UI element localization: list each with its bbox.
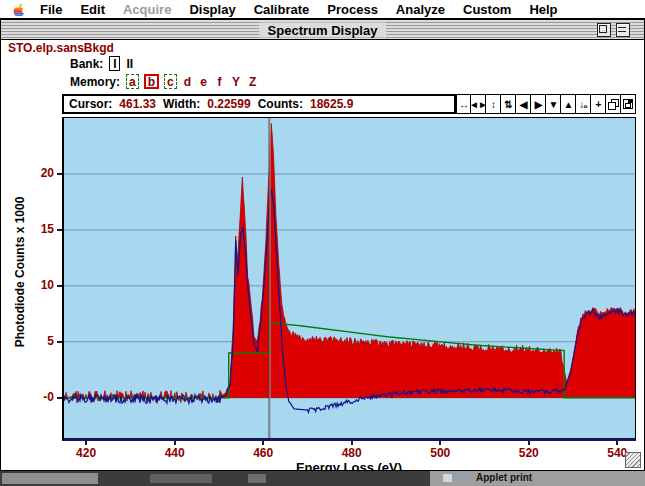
- menu-bar: FileEditAcquireDisplayCalibrateProcessAn…: [0, 0, 645, 19]
- save-display-button[interactable]: [621, 94, 636, 114]
- copy-display-icon: [608, 99, 618, 109]
- display-toolbar: ↔◄►↕⇅◀▶▼▲↓₀+: [456, 94, 636, 114]
- window-title-bar[interactable]: Spectrum Display: [1, 20, 644, 40]
- memory-selector: Memory: abcdefYZ: [70, 74, 258, 89]
- background-window-icon: [458, 474, 467, 482]
- width-value: 0.22599: [207, 97, 250, 111]
- menu-item-help[interactable]: Help: [520, 2, 566, 17]
- spectrum-filename: STO.elp.sansBkgd: [8, 41, 114, 55]
- memory-slot-c[interactable]: c: [164, 74, 177, 89]
- expand-horizontal-icon: ◄►: [471, 99, 486, 110]
- counts-value: 18625.9: [310, 97, 353, 111]
- scroll-left-button[interactable]: ◀: [516, 94, 531, 114]
- y-tick-label: 20: [18, 166, 54, 180]
- y-tick-label: 15: [18, 222, 54, 236]
- y-axis-title: Photodiode Counts x 1000: [13, 197, 27, 348]
- scroll-left-icon: ◀: [520, 99, 527, 110]
- scroll-right-icon: ▶: [535, 99, 542, 110]
- status-bar: Cursor: 461.33 Width: 0.22599 Counts: 18…: [62, 94, 456, 114]
- menu-item-analyze[interactable]: Analyze: [387, 2, 454, 17]
- y-tick-label: -0: [18, 390, 54, 404]
- memory-slot-z[interactable]: Z: [247, 74, 258, 89]
- x-tick-label: 420: [64, 446, 108, 460]
- copy-display-button[interactable]: [606, 94, 621, 114]
- menu-item-edit[interactable]: Edit: [71, 2, 114, 17]
- menu-item-process[interactable]: Process: [318, 2, 387, 17]
- shift-up-button[interactable]: ▲: [561, 94, 576, 114]
- bank-option-ii[interactable]: II: [124, 56, 135, 71]
- y-tick-mark: [57, 229, 62, 231]
- scale-vertical-button[interactable]: ↕: [486, 94, 501, 114]
- y-tick-mark: [57, 397, 62, 399]
- scale-vertical-icon: ↕: [491, 99, 495, 110]
- menu-item-calibrate[interactable]: Calibrate: [245, 2, 319, 17]
- scale-horizontal-button[interactable]: ↔: [456, 94, 471, 114]
- counts-label: Counts:: [258, 97, 303, 111]
- x-tick-label: 520: [507, 446, 551, 460]
- memory-slot-e[interactable]: e: [198, 74, 209, 89]
- window-title: Spectrum Display: [259, 22, 387, 37]
- memory-slot-b[interactable]: b: [144, 74, 159, 89]
- raw-spectrum-filled: [64, 124, 635, 403]
- cursor-value: 461.33: [119, 97, 156, 111]
- x-tick-label: 480: [330, 446, 374, 460]
- x-tick-mark: [85, 441, 87, 445]
- zoom-box-button[interactable]: [597, 23, 611, 37]
- x-tick-mark: [616, 441, 618, 445]
- zero-baseline-icon: ↓₀: [579, 99, 587, 110]
- expand-vertical-icon: ⇅: [504, 99, 511, 110]
- width-label: Width:: [163, 97, 200, 111]
- bank-option-i[interactable]: I: [109, 56, 120, 71]
- expand-horizontal-button[interactable]: ◄►: [471, 94, 486, 114]
- bank-label: Bank:: [70, 57, 103, 71]
- shift-up-icon: ▲: [564, 99, 573, 110]
- y-tick-label: 5: [18, 334, 54, 348]
- background-window-fragment: [2, 473, 98, 484]
- expand-vertical-button[interactable]: ⇅: [501, 94, 516, 114]
- menu-item-acquire: Acquire: [114, 2, 180, 17]
- save-display-icon: [623, 99, 633, 109]
- y-tick-label: 10: [18, 278, 54, 292]
- screen: FileEditAcquireDisplayCalibrateProcessAn…: [0, 0, 645, 486]
- background-window-text: Applet print: [476, 472, 532, 483]
- memory-slot-d[interactable]: d: [182, 74, 193, 89]
- x-tick-mark: [174, 441, 176, 445]
- autoscale-button[interactable]: +: [591, 94, 606, 114]
- y-tick-mark: [57, 341, 62, 343]
- background-window-icon: [443, 474, 452, 482]
- memory-label: Memory:: [70, 75, 120, 89]
- x-tick-mark: [528, 441, 530, 445]
- background-window[interactable]: Applet print: [0, 471, 645, 486]
- x-tick-label: 500: [418, 446, 462, 460]
- background-window-fragment: [150, 474, 212, 483]
- memory-slot-f[interactable]: f: [214, 74, 225, 89]
- window-resize-handle[interactable]: [625, 452, 641, 468]
- menu-item-file[interactable]: File: [31, 2, 71, 17]
- scale-horizontal-icon: ↔: [459, 99, 468, 110]
- apple-menu-icon[interactable]: [12, 2, 26, 17]
- x-tick-mark: [351, 441, 353, 445]
- x-tick-mark: [262, 441, 264, 445]
- autoscale-icon: +: [596, 99, 601, 110]
- y-tick-mark: [57, 173, 62, 175]
- x-tick-label: 460: [241, 446, 285, 460]
- scroll-right-button[interactable]: ▶: [531, 94, 546, 114]
- x-tick-mark: [439, 441, 441, 445]
- cursor-label: Cursor:: [69, 97, 112, 111]
- bank-selector: Bank: III: [70, 56, 135, 71]
- collapse-box-button[interactable]: [616, 23, 630, 37]
- zero-baseline-button[interactable]: ↓₀: [576, 94, 591, 114]
- y-tick-mark: [57, 285, 62, 287]
- background-window-fragment: [248, 474, 266, 483]
- x-tick-label: 440: [153, 446, 197, 460]
- shift-down-icon: ▼: [549, 99, 558, 110]
- spectrum-plot-area[interactable]: [62, 117, 636, 441]
- memory-slot-y[interactable]: Y: [230, 74, 242, 89]
- shift-down-button[interactable]: ▼: [546, 94, 561, 114]
- menu-item-display[interactable]: Display: [180, 2, 244, 17]
- memory-slot-a[interactable]: a: [126, 74, 139, 89]
- menu-item-custom[interactable]: Custom: [454, 2, 520, 17]
